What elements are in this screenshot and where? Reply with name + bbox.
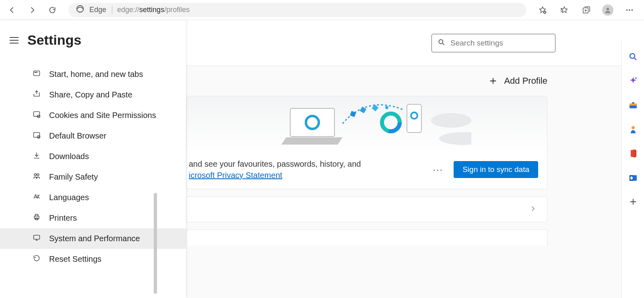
browser-icon (32, 130, 41, 139)
svg-rect-13 (34, 132, 40, 137)
svg-rect-26 (372, 105, 379, 112)
svg-point-5 (629, 9, 630, 11)
printer-icon (32, 213, 41, 221)
sign-in-sync-button[interactable]: Sign in to sync data (454, 161, 538, 178)
rail-briefcase-icon[interactable] (627, 99, 639, 111)
share-icon (32, 89, 41, 98)
back-button[interactable] (4, 2, 20, 18)
svg-rect-37 (630, 103, 637, 106)
profile-section-row-1[interactable] (186, 197, 547, 222)
settings-sidebar: Settings Start, home, and new tabs Share… (0, 20, 186, 298)
favorites-icon[interactable] (556, 2, 572, 18)
svg-point-16 (37, 174, 39, 176)
chevron-right-icon (529, 205, 537, 214)
refresh-button[interactable] (44, 2, 60, 18)
collections-icon[interactable] (578, 2, 594, 18)
profile-card: and see your favourites, passwords, hist… (186, 96, 547, 189)
svg-point-3 (607, 8, 609, 10)
sidebar-item-reset-settings[interactable]: Reset Settings (0, 249, 186, 269)
svg-rect-11 (34, 112, 40, 116)
rail-office-icon[interactable] (627, 147, 639, 159)
svg-point-34 (630, 54, 635, 58)
svg-point-27 (385, 106, 388, 109)
sync-description: and see your favourites, passwords, hist… (189, 158, 422, 181)
sidebar-item-default-browser[interactable]: Default Browser (0, 126, 186, 146)
sidebar-item-family-safety[interactable]: Family Safety (0, 167, 186, 187)
browser-toolbar: Edge edge://settings/profiles (0, 0, 644, 20)
sidebar-item-downloads[interactable]: Downloads (0, 146, 186, 167)
svg-point-15 (34, 174, 36, 176)
svg-point-42 (630, 176, 633, 180)
profile-avatar[interactable] (600, 2, 616, 18)
rail-outlook-icon[interactable] (627, 172, 639, 184)
profile-hero-image (186, 96, 547, 153)
tabs-icon (32, 69, 41, 78)
svg-rect-7 (34, 71, 40, 76)
reset-icon (32, 254, 41, 263)
edge-logo-icon (76, 4, 85, 15)
address-bar[interactable]: Edge edge://settings/profiles (68, 3, 526, 17)
svg-point-35 (635, 77, 637, 79)
rail-ai-sparkle-icon[interactable] (627, 75, 639, 87)
content-area: Add Profile (186, 20, 644, 298)
svg-point-0 (77, 6, 84, 12)
languages-icon (32, 192, 41, 201)
sidebar-item-printers[interactable]: Printers (0, 208, 186, 228)
search-settings-input[interactable] (450, 39, 549, 48)
search-settings-box[interactable] (431, 34, 555, 52)
download-icon (32, 151, 41, 160)
sidebar-item-system-performance[interactable]: System and Performance (0, 228, 186, 249)
settings-title: Settings (27, 32, 81, 48)
svg-point-32 (431, 113, 471, 128)
rail-search-icon[interactable] (627, 51, 639, 63)
svg-point-6 (632, 9, 633, 11)
more-menu-icon[interactable] (621, 2, 638, 18)
add-profile-button[interactable]: Add Profile (489, 76, 547, 86)
search-icon (438, 38, 446, 48)
sidebar-item-share-copy-paste[interactable]: Share, Copy and Paste (0, 85, 186, 105)
svg-point-10 (37, 72, 37, 72)
profile-section-row-2[interactable] (186, 230, 547, 246)
sidebar-item-cookies-permissions[interactable]: Cookies and Site Permissions (0, 105, 186, 126)
rail-games-icon[interactable] (627, 123, 639, 135)
add-profile-label: Add Profile (504, 76, 547, 86)
svg-point-33 (439, 132, 471, 145)
family-icon (32, 172, 41, 180)
svg-point-39 (632, 126, 635, 129)
svg-point-4 (626, 9, 628, 11)
privacy-statement-link[interactable]: icrosoft Privacy Statement (189, 171, 282, 180)
profile-more-actions-button[interactable]: ··· (429, 162, 446, 177)
svg-rect-20 (34, 235, 40, 239)
svg-point-21 (439, 39, 443, 43)
right-sidebar-rail (621, 40, 644, 298)
sidebar-item-start-home-new-tabs[interactable]: Start, home, and new tabs (0, 64, 186, 85)
rail-plus-icon[interactable] (627, 196, 639, 208)
svg-point-8 (35, 72, 35, 72)
toolbar-right (535, 2, 640, 18)
cookies-icon (32, 110, 41, 119)
url-text: edge://settings/profiles (117, 6, 190, 14)
menu-toggle-icon[interactable] (10, 35, 20, 46)
svg-point-9 (36, 72, 36, 72)
sidebar-scrollbar[interactable] (154, 193, 157, 294)
svg-rect-18 (35, 214, 38, 216)
svg-rect-38 (632, 102, 634, 103)
forward-button[interactable] (24, 2, 40, 18)
favorite-add-icon[interactable] (535, 2, 551, 18)
svg-rect-22 (290, 108, 334, 137)
system-icon (32, 233, 41, 242)
product-label: Edge (89, 6, 112, 14)
settings-list: Start, home, and new tabs Share, Copy an… (0, 56, 186, 294)
sidebar-item-languages[interactable]: Languages (0, 187, 186, 208)
content-header (186, 20, 644, 66)
svg-rect-17 (34, 216, 39, 219)
